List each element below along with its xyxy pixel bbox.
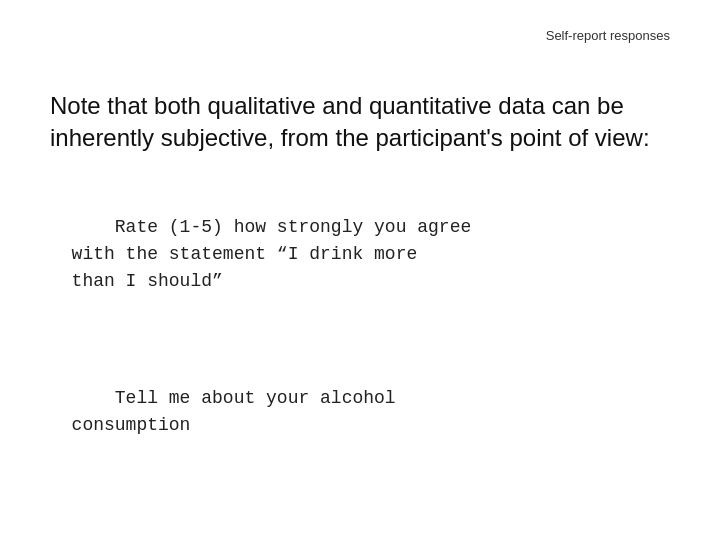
rate-text: Rate (1-5) how strongly you agree with t… — [50, 217, 471, 291]
tell-block: Tell me about your alcohol consumption — [50, 358, 670, 466]
slide: Self-report responses Note that both qua… — [0, 0, 720, 540]
header-title-text: Self-report responses — [546, 28, 670, 43]
tell-text: Tell me about your alcohol consumption — [50, 388, 396, 435]
note-text: Note that both qualitative and quantitat… — [50, 92, 650, 151]
slide-title: Self-report responses — [546, 28, 670, 43]
rate-block: Rate (1-5) how strongly you agree with t… — [50, 187, 670, 322]
note-paragraph: Note that both qualitative and quantitat… — [50, 90, 670, 155]
main-content: Note that both qualitative and quantitat… — [50, 90, 670, 466]
